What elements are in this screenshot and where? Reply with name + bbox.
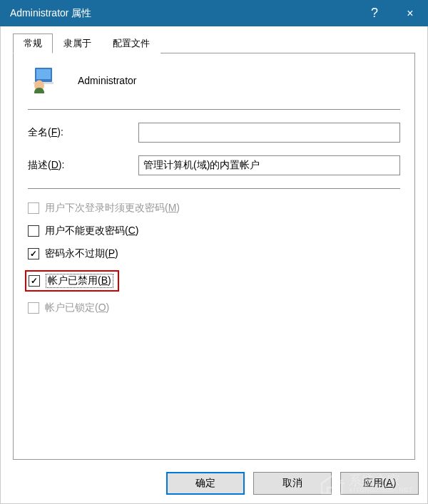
checkbox-icon-checked bbox=[28, 248, 39, 259]
description-input[interactable] bbox=[138, 155, 400, 175]
checkbox-label: 帐户已禁用(B) bbox=[46, 274, 113, 288]
svg-rect-1 bbox=[36, 69, 51, 79]
tab-general[interactable]: 常规 bbox=[13, 34, 53, 53]
checkbox-account-locked: 帐户已锁定(O) bbox=[28, 302, 400, 314]
tab-content-general: Administrator 全名(F): 描述(D): 用户下次登录时须更改密码… bbox=[13, 53, 415, 460]
fullname-input[interactable] bbox=[138, 123, 400, 143]
checkbox-password-never-expires[interactable]: 密码永不过期(P) bbox=[28, 247, 400, 260]
divider bbox=[28, 109, 400, 110]
divider-2 bbox=[28, 188, 400, 189]
checkbox-label: 用户不能更改密码(C) bbox=[45, 225, 138, 237]
checkbox-must-change-password: 用户下次登录时须更改密码(M) bbox=[28, 202, 400, 215]
ok-button[interactable]: 确定 bbox=[166, 472, 245, 495]
checkbox-cannot-change-password[interactable]: 用户不能更改密码(C) bbox=[28, 225, 400, 237]
apply-button[interactable]: 应用(A) bbox=[340, 472, 419, 495]
tab-profile[interactable]: 配置文件 bbox=[102, 34, 160, 53]
help-button[interactable]: ? bbox=[357, 0, 392, 26]
checkbox-label: 帐户已锁定(O) bbox=[45, 302, 109, 314]
checkbox-icon bbox=[28, 302, 39, 314]
account-name: Administrator bbox=[78, 75, 136, 86]
window-body: 常规 隶属于 配置文件 Administrator 全名(F): bbox=[0, 26, 428, 504]
checkbox-account-disabled[interactable]: 帐户已禁用(B) bbox=[28, 270, 400, 292]
cancel-button[interactable]: 取消 bbox=[253, 472, 332, 495]
checkbox-icon-checked bbox=[29, 275, 40, 287]
checkbox-label: 密码永不过期(P) bbox=[45, 247, 118, 260]
fullname-row: 全名(F): bbox=[28, 123, 400, 143]
checkbox-icon bbox=[28, 202, 39, 214]
tab-strip: 常规 隶属于 配置文件 bbox=[13, 34, 415, 53]
checkbox-icon bbox=[28, 225, 39, 237]
account-header: Administrator bbox=[28, 66, 400, 95]
user-icon bbox=[31, 66, 59, 95]
titlebar: Administrator 属性 ? × bbox=[0, 0, 428, 26]
button-row: 确定 取消 应用(A) bbox=[166, 472, 419, 495]
highlight-account-disabled: 帐户已禁用(B) bbox=[25, 270, 119, 292]
tab-member-of[interactable]: 隶属于 bbox=[53, 34, 102, 53]
svg-point-4 bbox=[36, 81, 43, 87]
close-button[interactable]: × bbox=[392, 0, 428, 26]
checkbox-label: 用户下次登录时须更改密码(M) bbox=[45, 202, 180, 215]
fullname-label: 全名(F): bbox=[28, 126, 138, 139]
window-title: Administrator 属性 bbox=[10, 7, 357, 20]
description-row: 描述(D): bbox=[28, 155, 400, 175]
description-label: 描述(D): bbox=[28, 159, 138, 172]
